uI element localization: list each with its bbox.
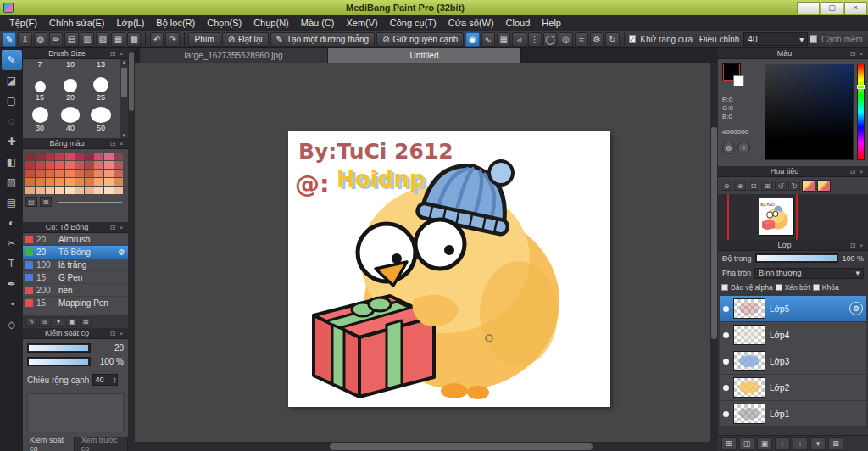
saturation-value-picker[interactable] (765, 64, 854, 160)
stabilizer-icon[interactable]: ∿ (481, 32, 495, 47)
palette-swatch[interactable] (65, 187, 75, 194)
canvas-horizontal-scrollbar[interactable] (135, 442, 710, 451)
open-document-icon[interactable]: ▥ (81, 32, 94, 47)
palette-swatch[interactable] (104, 178, 114, 186)
palette-swatch[interactable] (65, 170, 75, 177)
scrollbar-thumb[interactable] (711, 127, 717, 339)
menu-item[interactable]: Chụp(N) (248, 15, 295, 31)
menu-item[interactable]: Lớp(L) (110, 15, 150, 31)
blend-mode-dropdown[interactable]: Bình thường ▾ (754, 268, 864, 279)
grid-snap-icon[interactable]: ▦ (497, 32, 510, 47)
scrollbar-thumb[interactable] (129, 52, 134, 111)
duplicate-layer-icon[interactable]: ◫ (739, 437, 754, 450)
palette-swatch[interactable] (36, 153, 45, 160)
palette-swatch[interactable] (104, 187, 114, 194)
palette-swatch[interactable] (46, 153, 55, 160)
gradient-tool[interactable]: ▨ (2, 172, 22, 192)
palette-swatch[interactable] (94, 170, 103, 177)
palette-swatch[interactable] (36, 170, 45, 177)
add-brush-icon[interactable]: ✎ (25, 317, 37, 327)
grid-view-icon[interactable]: ▦ (111, 32, 125, 47)
navigator-thumbnail[interactable]: By:TuCi (759, 198, 794, 236)
float-panel-icon[interactable]: ⊡ (849, 242, 857, 249)
palette-swatch[interactable] (25, 153, 35, 160)
brush-size-option[interactable]: 30 (25, 107, 55, 132)
palette-swatch[interactable] (85, 153, 94, 160)
palette-swatch[interactable] (94, 153, 103, 160)
marquee-tool[interactable]: ▢ (2, 91, 22, 110)
select-pen-tool[interactable]: ▤ (2, 192, 22, 212)
layer-row-selected[interactable]: Lớp5 ⚙ (720, 296, 866, 321)
palette-swatch[interactable] (85, 178, 94, 186)
brush-item[interactable]: 15 Mapping Pen (23, 297, 128, 309)
palette-swatch[interactable] (75, 170, 84, 177)
palette-swatch[interactable] (65, 153, 75, 160)
layer-row[interactable]: Lớp2 (720, 375, 866, 400)
menu-item[interactable]: Xem(V) (340, 15, 383, 31)
drawing-canvas[interactable]: By:TuCi 2612 @: Hoidnp Hoidnp (288, 131, 610, 407)
redo-icon[interactable]: ↷ (165, 32, 179, 47)
menu-item[interactable]: Màu (C) (295, 15, 341, 31)
material-panel-icon[interactable]: ▩ (127, 32, 141, 47)
layer-menu-icon[interactable]: ▾ (810, 437, 826, 450)
move-tool[interactable]: ✚ (2, 131, 22, 151)
keys-button[interactable]: Phím (188, 32, 220, 47)
tab-brush-preview[interactable]: Xem trước cọ (75, 437, 128, 451)
visibility-icon[interactable] (723, 306, 729, 312)
stroke-preview-icon[interactable]: ◉ (465, 32, 479, 47)
palette-swatch[interactable] (114, 187, 124, 194)
scroll-down-icon[interactable]: ▼ (120, 133, 128, 138)
close-panel-icon[interactable]: × (117, 224, 125, 231)
undo-icon[interactable]: ↶ (150, 32, 164, 47)
layer-row[interactable]: Lớp4 (720, 322, 866, 348)
menu-item[interactable]: Tệp(F) (3, 15, 43, 31)
close-panel-icon[interactable]: × (857, 242, 865, 249)
palette-swatch[interactable] (75, 178, 84, 186)
close-button[interactable]: × (844, 2, 867, 14)
layer-row[interactable]: Lớp3 (720, 348, 866, 374)
float-panel-icon[interactable]: ⊡ (849, 168, 857, 175)
menu-item[interactable]: Bộ lọc(R) (150, 15, 201, 31)
move-layer-down-icon[interactable]: ↓ (793, 437, 808, 450)
lock-checkbox[interactable] (813, 284, 820, 291)
edge-width-spinbox[interactable]: 40 ▴▾ (92, 374, 118, 386)
palette-swatch[interactable] (55, 170, 64, 177)
hand-tool[interactable]: ◇ (2, 315, 22, 334)
delete-palette-icon[interactable]: ⊠ (40, 197, 52, 207)
radial-snap-icon[interactable]: ◎ (559, 32, 572, 47)
protect-alpha-checkbox[interactable] (721, 284, 728, 291)
delete-layer-icon[interactable]: ⊠ (828, 437, 843, 450)
curve-snap-icon[interactable]: ≈ (575, 32, 588, 47)
hue-marker[interactable] (857, 85, 865, 89)
palette-swatch[interactable] (104, 170, 114, 177)
menu-item[interactable]: Cửa sổ(W) (442, 15, 500, 31)
antialias-checkbox[interactable]: ✓ (629, 35, 637, 43)
menu-item[interactable]: Chỉnh sửa(E) (43, 15, 110, 31)
layer-row[interactable]: Lớp1 (720, 401, 866, 426)
brush-edit-icon[interactable]: ✏ (49, 32, 63, 47)
straight-line-button[interactable]: ✎ Tạo một đường thẳng (270, 32, 376, 47)
palette-swatch[interactable] (46, 178, 55, 186)
palette-swatch[interactable] (104, 161, 114, 169)
brush-settings-gear-icon[interactable]: ⚙ (118, 248, 125, 257)
brush-size-slider[interactable] (27, 343, 91, 353)
brush-tool[interactable]: ✎ (2, 50, 22, 70)
palette-swatch[interactable] (36, 161, 45, 169)
brush-size-option[interactable]: 13 (97, 60, 105, 69)
brush-size-option[interactable]: 7 (37, 60, 42, 69)
circle-snap-icon[interactable]: ◯ (543, 32, 557, 47)
palette-swatch[interactable] (55, 161, 64, 169)
brush-size-option[interactable]: 10 (66, 60, 75, 69)
menu-item[interactable]: Cloud (500, 15, 537, 31)
scrollbar-thumb[interactable] (330, 443, 593, 450)
brush-size-option[interactable]: 25 (86, 76, 116, 102)
adjust-dropdown[interactable]: 40 ▾ (743, 32, 808, 46)
minimize-button[interactable]: ─ (797, 2, 820, 14)
palette-swatch[interactable] (55, 178, 64, 186)
reset-button[interactable]: ⊘ Đặt lại (222, 32, 269, 47)
add-brush-folder-icon[interactable]: ⊞ (39, 317, 51, 327)
palette-swatch[interactable] (25, 161, 35, 169)
palette-swatch[interactable] (75, 187, 84, 194)
brush-opacity-slider[interactable] (27, 357, 91, 366)
visibility-icon[interactable] (723, 359, 729, 365)
